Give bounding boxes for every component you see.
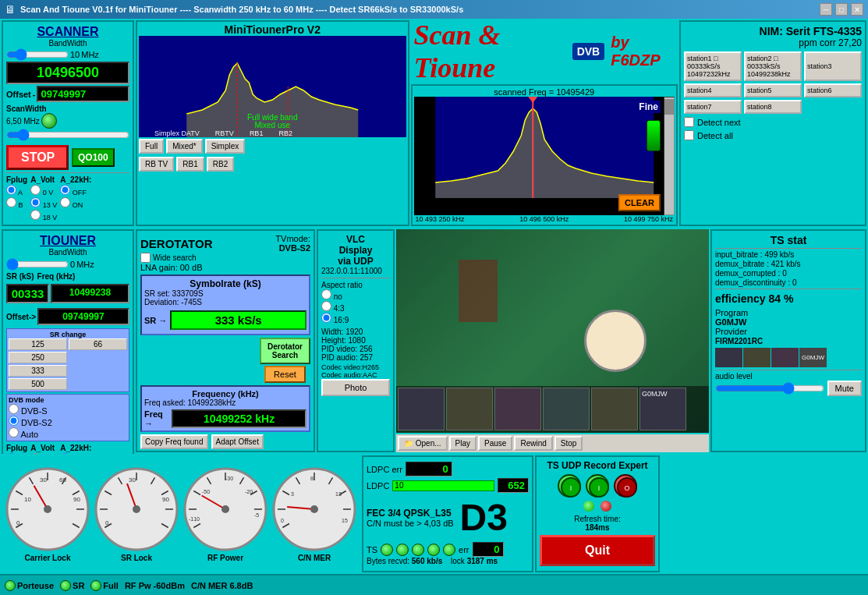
audio-level-slider[interactable] xyxy=(715,384,824,392)
detect-all-checkbox[interactable] xyxy=(684,130,694,140)
tiouner-bw-slider[interactable] xyxy=(6,258,69,271)
wide-search-row[interactable]: Wide search xyxy=(140,253,310,263)
copy-freq-btn[interactable]: Copy Freq found xyxy=(140,434,208,449)
toggle-2[interactable]: I xyxy=(586,474,609,498)
rf-status: RF Pw -60dBm xyxy=(125,581,185,590)
detect-next-checkbox[interactable] xyxy=(684,117,694,127)
offset-sign: - xyxy=(33,90,36,99)
offset-label: Offset xyxy=(6,90,31,99)
station3-button[interactable]: station3 xyxy=(804,51,862,81)
station8-button[interactable]: station8 xyxy=(744,100,802,114)
freq-input: 10499252 kHz xyxy=(172,409,306,428)
toggle-3[interactable]: O xyxy=(614,474,637,498)
photo-btn[interactable]: Photo xyxy=(321,379,390,396)
full-status: Full xyxy=(90,580,119,591)
sr-333-btn[interactable]: 333 xyxy=(9,365,67,377)
sr-change-title: SR change xyxy=(9,331,127,338)
sr-500-btn[interactable]: 500 xyxy=(9,378,67,390)
vlc-title: VLC Display via UDP xyxy=(321,234,390,267)
full-label: Full xyxy=(103,581,119,590)
station5-button[interactable]: station5 xyxy=(744,83,802,97)
reset-btn[interactable]: Reset xyxy=(264,366,306,383)
detect-next-row[interactable]: Detect next xyxy=(684,117,862,127)
mute-button[interactable]: Mute xyxy=(827,381,862,396)
refresh-text: Refresh time: 184ms xyxy=(540,515,655,532)
svg-text:90: 90 xyxy=(73,496,80,503)
btn-rb1[interactable]: RB1 xyxy=(176,157,204,172)
wide-search-checkbox[interactable] xyxy=(140,253,151,263)
cn-status: C/N MER 6.8dB xyxy=(191,581,253,590)
spectrum-title: MiniTiounerPro V2 xyxy=(139,23,406,36)
clear-button[interactable]: CLEAR xyxy=(618,194,661,211)
svg-text:8: 8 xyxy=(310,476,314,481)
sr-66-btn[interactable]: 66 xyxy=(69,338,127,350)
freq-box-title: Frequency (kHz) xyxy=(144,389,306,398)
bandwidth-slider[interactable] xyxy=(6,49,69,60)
btn-full[interactable]: Full xyxy=(139,139,164,154)
cn-must: C/N must be > 4,03 dB xyxy=(367,519,454,528)
btn-rb2[interactable]: RB2 xyxy=(207,157,234,172)
ts-thumb-4: G0MJW xyxy=(799,348,827,367)
thumb-1 xyxy=(398,388,445,430)
cn-mer-svg: 0 3 8 13 15 xyxy=(271,466,357,552)
freq-display: 10496500 xyxy=(6,62,129,84)
btn-rbtv[interactable]: RB TV xyxy=(139,157,174,172)
detect-all-row[interactable]: Detect all xyxy=(684,130,862,140)
scanwidth-slider[interactable] xyxy=(6,129,129,141)
aspect-label: Aspect ratio xyxy=(321,281,390,289)
sr-250-btn[interactable]: 250 xyxy=(9,352,67,363)
svg-text:-50: -50 xyxy=(202,489,210,494)
station2-button[interactable]: station2 □ 00333kS/s 10499238kHz xyxy=(744,51,802,81)
station-grid: station1 □ 00333kS/s 10497232kHz station… xyxy=(684,51,862,114)
derotator-search-btn[interactable]: DerotatorSearch xyxy=(260,338,310,364)
station7-button[interactable]: station7 xyxy=(684,100,742,114)
thumb-3 xyxy=(494,388,541,430)
derotator-panel: DEROTATOR TVmode: DVB-S2 Wide search LNA… xyxy=(136,229,315,452)
fine-label: Fine xyxy=(636,101,661,113)
radio-a[interactable]: A xyxy=(6,185,27,197)
svg-text:-110: -110 xyxy=(189,516,200,522)
center-spectrum-panel: scanned Freq = 10495429 xyxy=(411,84,678,226)
ts-led-2 xyxy=(396,544,409,556)
scan-width-value: 6,50 MHz xyxy=(6,117,40,126)
stop-button[interactable]: STOP xyxy=(6,145,69,170)
svg-text:90: 90 xyxy=(162,496,169,503)
sr-125-btn[interactable]: 125 xyxy=(9,338,67,350)
pause-btn[interactable]: Pause xyxy=(478,436,512,451)
radio-b[interactable]: B xyxy=(6,197,27,209)
play-btn[interactable]: Play xyxy=(449,436,477,451)
ts-thumb-2 xyxy=(743,348,771,367)
btn-simplex[interactable]: Simplex xyxy=(205,139,246,154)
open-btn[interactable]: 📁 Open... xyxy=(398,436,448,451)
minimize-button[interactable]: ─ xyxy=(820,3,832,16)
svg-text:O: O xyxy=(624,484,629,492)
video-figure xyxy=(584,310,647,372)
tiouner-bw-value: 0 xyxy=(70,260,75,269)
station4-button[interactable]: station4 xyxy=(684,83,742,97)
rewind-btn[interactable]: Rewind xyxy=(514,436,552,451)
toggle-1[interactable]: I xyxy=(558,474,581,498)
close-button[interactable]: ✕ xyxy=(851,3,863,16)
detect-next-label: Detect next xyxy=(697,118,741,127)
gauges-panel: 0 10 30 60 90 Carrier Lock xyxy=(2,455,360,572)
qo100-button[interactable]: QO100 xyxy=(72,148,115,167)
station6-button[interactable]: station6 xyxy=(804,83,862,97)
scan-led xyxy=(41,113,57,129)
adapt-offset-btn[interactable]: Adapt Offset xyxy=(211,434,264,449)
scrollbar-thumb[interactable] xyxy=(664,99,674,115)
stop-vlc-btn[interactable]: Stop xyxy=(554,436,583,451)
svg-text:0: 0 xyxy=(105,519,109,526)
btn-mixed[interactable]: Mixed* xyxy=(166,139,203,154)
video-controls: 📁 Open... Play Pause Rewind Stop xyxy=(396,434,709,452)
maximize-button[interactable]: □ xyxy=(835,3,848,16)
symbolrate-box: Symbolrate (kS) SR set: 333709S Deviatio… xyxy=(140,274,310,335)
spectrum-scrollbar[interactable] xyxy=(664,97,675,215)
offset-arrow-label: Offset-> xyxy=(6,313,36,321)
deviation: Deviation: -745S xyxy=(144,298,306,306)
station1-button[interactable]: station1 □ 00333kS/s 10497232kHz xyxy=(684,51,742,81)
quit-button[interactable]: Quit xyxy=(540,535,655,566)
center-top-area: Scan & Tioune DVB by F6DZP scanned Freq … xyxy=(411,20,678,226)
status-bar: Porteuse SR Full RF Pw -60dBm C/N MER 6.… xyxy=(0,574,868,595)
left-middle-panel: TIOUNER BandWidth 0 MHz SR (kS) Freq (kH… xyxy=(2,229,134,452)
svg-text:3: 3 xyxy=(291,491,294,497)
